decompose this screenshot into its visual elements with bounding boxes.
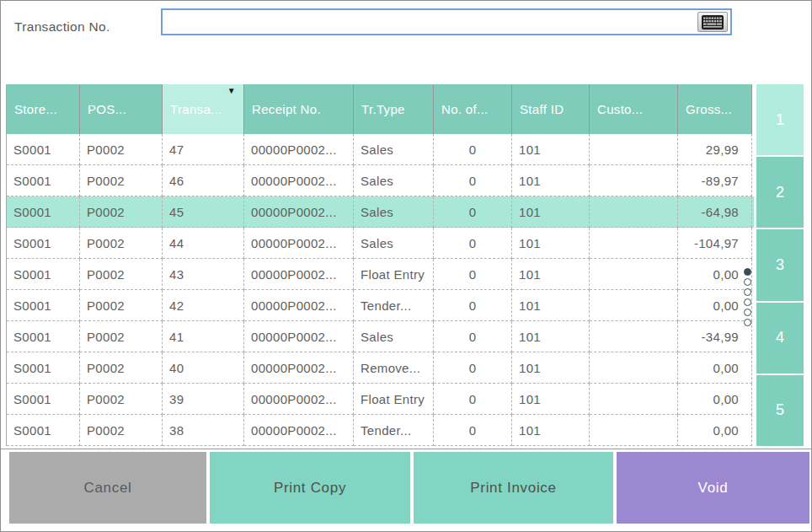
cell-store: S0001	[7, 352, 80, 384]
cell-noof: 0	[434, 134, 512, 165]
cell-noof: 0	[434, 290, 512, 321]
column-header-receipt[interactable]: Receipt No.	[244, 84, 354, 134]
scroll-dot	[744, 319, 751, 326]
table-row[interactable]: S0001P00024000000P0002...Remove...01010,…	[7, 352, 754, 384]
scroll-dot	[744, 309, 751, 316]
cell-pos: P0002	[80, 321, 163, 352]
table-row[interactable]: S0001P00023900000P0002...Float Entry0101…	[7, 384, 754, 415]
transactions-table: Store...POS...Transa...▼Receipt No.Tr.Ty…	[6, 84, 754, 446]
cell-transaction: 38	[163, 415, 244, 446]
cell-transaction: 45	[163, 196, 244, 228]
transaction-no-field	[161, 8, 732, 35]
table-row[interactable]: S0001P00024100000P0002...Sales0101-34,99	[7, 321, 754, 352]
table-body: S0001P00024700000P0002...Sales010129,99S…	[7, 134, 754, 446]
column-header-customer[interactable]: Custo...	[590, 84, 678, 134]
table-row[interactable]: S0001P00024500000P0002...Sales0101-64,98	[7, 196, 754, 228]
column-header-trtype[interactable]: Tr.Type	[354, 84, 434, 134]
page-button-3[interactable]: 3	[756, 229, 804, 300]
cell-receipt: 00000P0002...	[244, 196, 354, 228]
cell-receipt: 00000P0002...	[244, 415, 354, 446]
column-header-label: Gross...	[686, 102, 732, 116]
cell-noof: 0	[434, 165, 512, 196]
cell-gross: 0,00	[678, 415, 752, 446]
table-header-row: Store...POS...Transa...▼Receipt No.Tr.Ty…	[7, 84, 754, 134]
cell-noof: 0	[434, 228, 512, 259]
page-button-5[interactable]: 5	[756, 375, 804, 446]
table-row[interactable]: S0001P00024200000P0002...Tender...01010,…	[7, 290, 754, 321]
cell-transaction: 47	[163, 134, 244, 165]
column-header-pos[interactable]: POS...	[80, 84, 163, 134]
cell-pos: P0002	[80, 415, 163, 446]
column-header-transaction[interactable]: Transa...▼	[163, 84, 244, 134]
table-row[interactable]: S0001P00024400000P0002...Sales0101-104,9…	[7, 228, 754, 259]
cell-receipt: 00000P0002...	[244, 290, 354, 321]
cell-gross: 0,00	[678, 290, 752, 321]
cell-trtype: Sales	[354, 165, 434, 196]
cell-transaction: 41	[163, 321, 244, 352]
cell-customer	[590, 134, 678, 165]
cell-staff: 101	[512, 415, 590, 446]
cell-store: S0001	[7, 228, 80, 259]
cell-trtype: Sales	[354, 134, 434, 165]
page-button-4[interactable]: 4	[756, 303, 804, 373]
column-header-label: Store...	[14, 102, 57, 116]
cell-transaction: 40	[163, 352, 244, 384]
table-row[interactable]: S0001P00024300000P0002...Float Entry0101…	[7, 259, 754, 290]
cell-receipt: 00000P0002...	[244, 259, 354, 290]
cell-customer	[590, 196, 678, 228]
cell-pos: P0002	[80, 196, 163, 228]
table-row[interactable]: S0001P00024700000P0002...Sales010129,99	[7, 134, 754, 165]
print-copy-button[interactable]: Print Copy	[210, 452, 410, 524]
scroll-dot	[744, 278, 751, 286]
cell-gross: 0,00	[678, 384, 752, 415]
cell-gross: 0,00	[678, 352, 752, 384]
cell-transaction: 43	[163, 259, 244, 290]
cell-trtype: Tender...	[354, 415, 434, 446]
column-header-noof[interactable]: No. of...	[434, 84, 512, 134]
column-header-store[interactable]: Store...	[7, 84, 80, 134]
column-header-staff[interactable]: Staff ID	[512, 84, 590, 134]
scroll-dot	[744, 298, 751, 306]
page-button-2[interactable]: 2	[756, 157, 804, 228]
cell-transaction: 42	[163, 290, 244, 321]
cell-gross: -34,99	[678, 321, 752, 352]
table-row[interactable]: S0001P00024600000P0002...Sales0101-89,97	[7, 165, 754, 196]
transaction-no-label: Transaction No.	[14, 19, 110, 35]
cell-gross: -89,97	[678, 165, 752, 196]
cell-trtype: Remove...	[354, 352, 434, 384]
cell-receipt: 00000P0002...	[244, 352, 354, 384]
cell-store: S0001	[7, 290, 80, 321]
cell-customer	[590, 384, 678, 415]
cell-noof: 0	[434, 196, 512, 228]
cell-staff: 101	[512, 384, 590, 415]
column-header-gross[interactable]: Gross...	[678, 84, 752, 134]
column-header-label: No. of...	[441, 102, 488, 116]
cell-gross: -104,97	[678, 228, 752, 259]
column-header-label: POS...	[88, 102, 126, 116]
cell-trtype: Float Entry	[354, 384, 434, 415]
void-button[interactable]: Void	[617, 452, 809, 524]
page-button-1[interactable]: 1	[756, 84, 804, 155]
cell-store: S0001	[7, 384, 80, 415]
cell-trtype: Float Entry	[354, 259, 434, 290]
cell-customer	[590, 259, 678, 290]
cell-pos: P0002	[80, 228, 163, 259]
transaction-no-input[interactable]	[163, 10, 730, 34]
cell-trtype: Sales	[354, 196, 434, 228]
cell-customer	[590, 321, 678, 352]
cancel-button[interactable]: Cancel	[9, 452, 206, 524]
cell-staff: 101	[512, 196, 590, 228]
cell-pos: P0002	[80, 384, 163, 415]
cell-store: S0001	[7, 321, 80, 352]
column-header-label: Staff ID	[520, 102, 564, 116]
cell-noof: 0	[434, 321, 512, 352]
column-header-label: Receipt No.	[252, 102, 321, 116]
print-invoice-button[interactable]: Print Invoice	[414, 452, 613, 524]
cell-noof: 0	[434, 259, 512, 290]
cell-staff: 101	[512, 352, 590, 384]
cell-noof: 0	[434, 384, 512, 415]
keyboard-icon[interactable]	[697, 12, 728, 32]
cell-transaction: 39	[163, 384, 244, 415]
table-row[interactable]: S0001P00023800000P0002...Tender...01010,…	[7, 415, 754, 446]
cell-gross: 0,00	[678, 259, 752, 290]
